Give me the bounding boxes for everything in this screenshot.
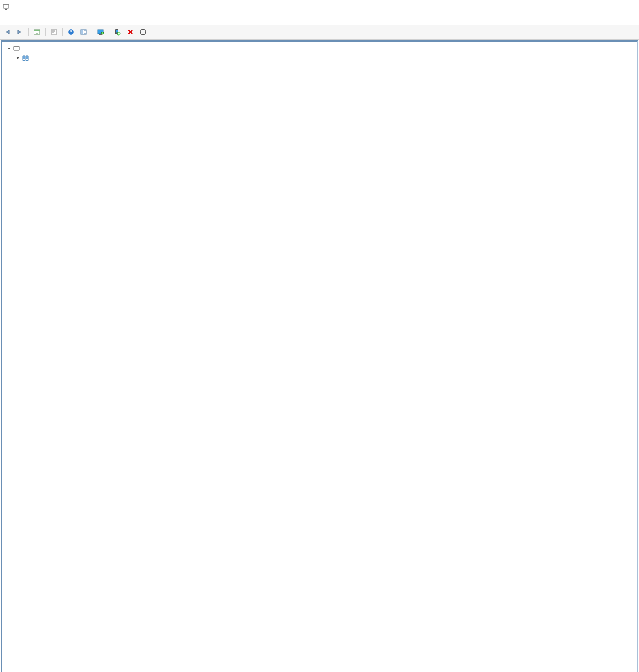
toolbar-action-button[interactable]	[78, 27, 89, 38]
toolbar-uninstall-button[interactable]	[125, 27, 136, 38]
collapse-icon[interactable]	[15, 55, 21, 61]
menu-action[interactable]	[11, 18, 21, 20]
computer-icon	[13, 45, 20, 52]
toolbar-back-button[interactable]	[2, 27, 13, 38]
menu-view[interactable]	[21, 18, 30, 20]
tree-category-hid[interactable]	[4, 53, 635, 63]
device-tree[interactable]	[1, 40, 638, 672]
toolbar-update-driver-button[interactable]	[95, 27, 106, 38]
hid-icon	[22, 55, 29, 62]
menu-help[interactable]	[30, 18, 40, 20]
app-icon	[2, 3, 10, 10]
tree-root[interactable]	[4, 44, 635, 53]
menubar	[0, 13, 639, 25]
toolbar-scan-hardware-button[interactable]	[137, 27, 149, 38]
expand-icon[interactable]	[6, 46, 12, 52]
toolbar-forward-button[interactable]	[14, 27, 25, 38]
toolbar	[0, 25, 639, 40]
toolbar-enable-device-button[interactable]	[112, 27, 123, 38]
toolbar-properties-button[interactable]	[48, 27, 59, 38]
menu-file[interactable]	[2, 18, 11, 20]
toolbar-help-button[interactable]	[65, 27, 76, 38]
titlebar	[0, 0, 639, 13]
toolbar-show-hide-tree-button[interactable]	[31, 27, 42, 38]
